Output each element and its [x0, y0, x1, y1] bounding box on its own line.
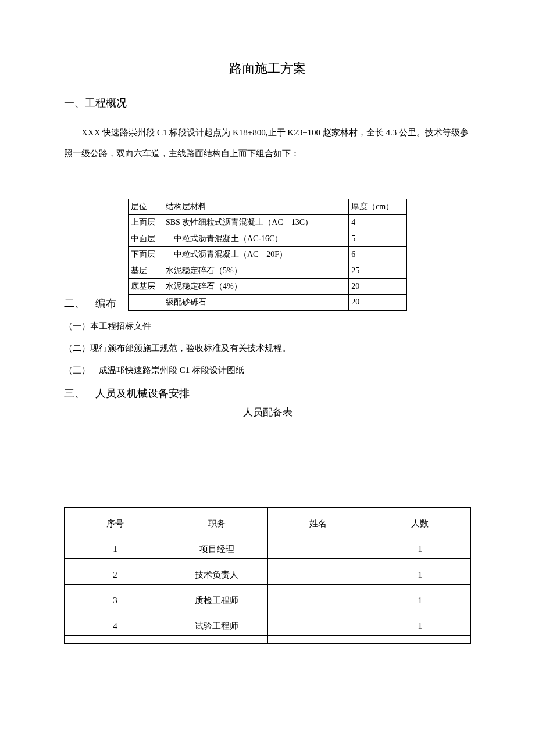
- section-3-heading: 三、 人员及机械设备安排: [64, 385, 471, 402]
- table-cell: 水泥稳定碎石（5%）: [163, 263, 348, 278]
- table-cell: 技术负责人: [166, 558, 268, 584]
- personnel-table: 序号职务姓名人数1项目经理12技术负责人13质检工程师14试验工程师1: [64, 507, 471, 644]
- list-item: （三） 成温邛快速路崇州段 C1 标段设计图纸: [64, 363, 471, 377]
- table-row: 4试验工程师1: [65, 610, 471, 635]
- table-cell: 质检工程师: [166, 584, 268, 610]
- table-row: 下面层 中粒式沥青混凝土（AC—20F）6: [129, 247, 407, 263]
- structure-table: 层位结构层材料厚度（cm）上面层SBS 改性细粒式沥青混凝土（AC—13C）4中…: [128, 199, 407, 311]
- table-row: 底基层水泥稳定碎石（4%）20: [129, 278, 407, 294]
- table-cell: 中粒式沥青混凝土（AC—20F）: [163, 247, 348, 263]
- table-cell: 1: [369, 533, 471, 558]
- table-cell: [166, 635, 268, 643]
- table-cell: SBS 改性细粒式沥青混凝土（AC—13C）: [163, 215, 348, 231]
- table-cell: 项目经理: [166, 533, 268, 558]
- table-cell: 1: [369, 584, 471, 610]
- list-item: （二）现行颁布部颁施工规范，验收标准及有关技术规程。: [64, 341, 471, 355]
- table-cell: 3: [65, 584, 166, 610]
- table-cell: 4: [349, 215, 407, 231]
- table-cell: 1: [369, 610, 471, 635]
- table-header-cell: 序号: [65, 507, 166, 533]
- table-cell: [268, 533, 369, 558]
- table-cell: 4: [65, 610, 166, 635]
- table-row: 中面层 中粒式沥青混凝土（AC-16C）5: [129, 231, 407, 246]
- table-header-cell: 人数: [369, 507, 471, 533]
- table-cell: 2: [65, 558, 166, 584]
- table-cell: 基层: [129, 263, 163, 278]
- table-cell: 20: [349, 295, 407, 310]
- table-cell: [268, 610, 369, 635]
- table-row: 级配砂砾石20: [129, 295, 407, 310]
- table-cell: 试验工程师: [166, 610, 268, 635]
- table-cell: [369, 635, 471, 643]
- table-cell: 5: [349, 231, 407, 246]
- table-cell: 下面层: [129, 247, 163, 263]
- table-row: 2技术负责人1: [65, 558, 471, 584]
- personnel-subtitle: 人员配备表: [64, 404, 471, 420]
- table-cell: 1: [369, 558, 471, 584]
- table-cell: [268, 558, 369, 584]
- table-cell: 级配砂砾石: [163, 295, 348, 310]
- structure-table-wrap: 层位结构层材料厚度（cm）上面层SBS 改性细粒式沥青混凝土（AC—13C）4中…: [128, 199, 471, 311]
- spacer: [64, 170, 471, 199]
- table-row: 上面层SBS 改性细粒式沥青混凝土（AC—13C）4: [129, 215, 407, 231]
- table-header-cell: 层位: [129, 199, 163, 214]
- table-cell: 25: [349, 263, 407, 278]
- table-cell: 20: [349, 278, 407, 294]
- table-cell: [65, 635, 166, 643]
- section-2-heading: 二、 编布: [64, 295, 116, 312]
- table-cell: [129, 295, 163, 310]
- table-header-cell: 职务: [166, 507, 268, 533]
- spacer: [64, 426, 471, 507]
- table-cell: 中面层: [129, 231, 163, 246]
- section-1-paragraph: XXX 快速路崇州段 C1 标段设计起点为 K18+800,止于 K23+100…: [64, 122, 471, 164]
- table-header-cell: 厚度（cm）: [349, 199, 407, 214]
- table-row: 1项目经理1: [65, 533, 471, 558]
- table-cell: 6: [349, 247, 407, 263]
- table-header-cell: 姓名: [268, 507, 369, 533]
- table-row: 基层水泥稳定碎石（5%）25: [129, 263, 407, 278]
- table-cell: [268, 584, 369, 610]
- table-row: [65, 635, 471, 643]
- table-row: 3质检工程师1: [65, 584, 471, 610]
- list-item: （一）本工程招标文件: [64, 319, 471, 333]
- table-header-cell: 结构层材料: [163, 199, 348, 214]
- table-cell: 1: [65, 533, 166, 558]
- table-cell: 水泥稳定碎石（4%）: [163, 278, 348, 294]
- section-1-heading: 一、工程概况: [64, 95, 471, 112]
- table-cell: 底基层: [129, 278, 163, 294]
- table-cell: [268, 635, 369, 643]
- page-title: 路面施工方案: [64, 58, 471, 78]
- table-cell: 中粒式沥青混凝土（AC-16C）: [163, 231, 348, 246]
- table-cell: 上面层: [129, 215, 163, 231]
